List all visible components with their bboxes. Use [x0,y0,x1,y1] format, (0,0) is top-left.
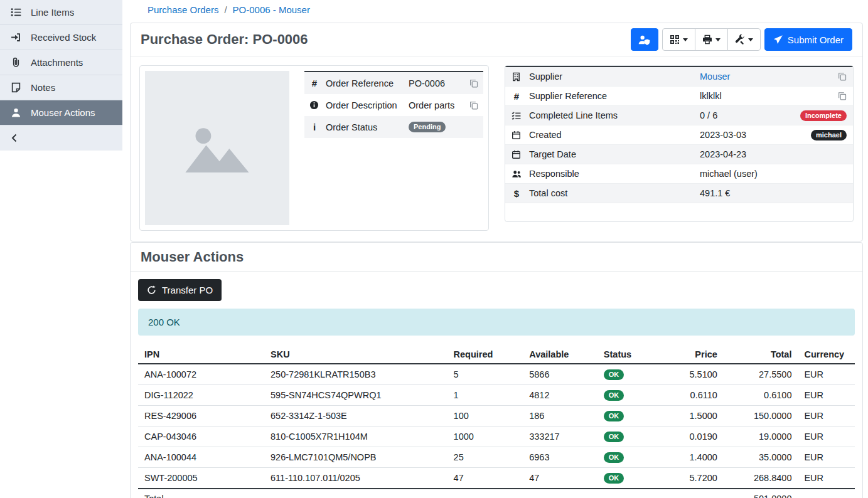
cell-ipn: SWT-200005 [138,468,264,489]
mouser-actions-body: Transfer PO 200 OK IPN SKU Required Avai… [131,272,862,498]
admin-button[interactable] [631,28,658,51]
status-badge: OK [604,452,624,463]
status-alert: 200 OK [138,309,855,336]
detail-label: Order Description [326,100,409,110]
sidebar-item-label: Attachments [31,57,83,68]
status-badge: OK [604,473,624,484]
copy-icon[interactable] [838,92,847,100]
breadcrumb-link-purchase-orders[interactable]: Purchase Orders [147,4,218,15]
cell-total: 35.0000 [724,447,798,468]
column-header-total: Total [724,346,798,364]
sidebar-item-notes[interactable]: Notes [0,75,122,100]
copy-icon[interactable] [838,72,847,81]
detail-value: 2023-04-23 [700,149,847,159]
submit-order-button[interactable]: Submit Order [764,28,852,51]
submit-order-label: Submit Order [788,34,844,45]
detail-row-target-date: Target Date 2023-04-23 [505,145,853,164]
detail-row-supplier-reference: # Supplier Reference lklklkl [505,87,853,106]
detail-row-completed-line-items: Completed Line Items 0 / 6 Incomplete [505,106,853,125]
cell-price: 1.5000 [653,406,724,426]
sidebar-collapse-button[interactable] [0,125,122,151]
cell-currency: EUR [798,385,855,406]
cell-status: OK [597,364,653,385]
cell-required: 5 [447,364,523,385]
cell-available: 5866 [523,364,597,385]
cell-status: OK [597,447,653,468]
copy-icon[interactable] [469,79,478,88]
dollar-icon: $ [512,188,529,199]
cell-total: 0.6100 [724,385,798,406]
order-details-section: # Order Reference PO-0006 Order Descript… [131,56,862,241]
status-badge: OK [604,369,624,380]
detail-label: Order Status [326,122,409,132]
info-icon: i [309,122,326,132]
cell-ipn: RES-429006 [138,406,264,426]
detail-row-responsible: Responsible michael (user) [505,164,853,184]
cell-price: 0.0190 [653,426,724,447]
purchase-order-panel: Purchase Order: PO-0006 [130,23,863,241]
hash-icon: # [309,78,326,88]
table-footer-row: Total 501.0000 [138,489,855,498]
sidebar-item-mouser-actions[interactable]: Mouser Actions [0,100,122,125]
detail-row-order-reference: # Order Reference PO-0006 [304,72,483,94]
column-header-required: Required [447,346,523,364]
panel-title: Mouser Actions [141,249,244,265]
order-actions-button[interactable] [727,28,761,51]
status-badge: OK [604,432,624,442]
detail-label: Supplier Reference [529,91,700,101]
cell-price: 0.6110 [653,385,724,406]
cell-ipn: DIG-112022 [138,385,264,406]
footer-total-value: 501.0000 [724,489,798,498]
cell-sku: 810-C1005X7R1H104M [264,426,447,447]
cell-ipn: ANA-100044 [138,447,264,468]
status-badge: OK [604,411,624,421]
order-summary-card: # Order Reference PO-0006 Order Descript… [139,65,489,231]
incomplete-badge: Incomplete [800,110,847,121]
cell-sku: 250-72981KLRATR150B3 [264,364,447,385]
column-header-price: Price [653,346,724,364]
sidebar-item-received-stock[interactable]: Received Stock [0,25,122,50]
chevron-down-icon [715,38,721,41]
cell-sku: 926-LMC7101QM5/NOPB [264,447,447,468]
sidebar-item-label: Notes [31,82,55,93]
column-header-sku: SKU [264,346,447,364]
order-reference-table: # Order Reference PO-0006 Order Descript… [304,71,483,138]
note-icon [11,82,22,93]
transfer-po-button[interactable]: Transfer PO [138,279,222,301]
chevron-left-icon [9,133,19,143]
building-icon [512,72,529,82]
copy-icon[interactable] [469,101,478,110]
table-row: DIG-112022 595-SN74HCS74QPWRQ1 1 4812 OK… [138,385,855,406]
sidebar-item-attachments[interactable]: Attachments [0,50,122,75]
column-header-currency: Currency [798,346,855,364]
detail-label: Target Date [529,149,700,159]
chevron-down-icon [748,38,753,41]
column-header-available: Available [523,346,597,364]
cell-status: OK [597,406,653,426]
calendar-icon [512,150,529,159]
cell-currency: EUR [798,364,855,385]
detail-row-order-description: Order Description Order parts [304,94,483,116]
cell-status: OK [597,385,653,406]
detail-row-order-status: i Order Status Pending [304,116,483,138]
print-actions-button[interactable] [695,28,728,51]
page-title: Purchase Order: PO-0006 [141,31,308,48]
cell-sku: 611-110.107.011/0205 [264,468,447,489]
order-thumbnail-placeholder[interactable] [145,71,289,225]
user-shield-icon [638,34,650,45]
sidebar-item-line-items[interactable]: Line Items [0,0,122,25]
order-details-card: Supplier Mouser # Supplier Reference lkl… [505,65,854,222]
order-toolbar: Submit Order [631,28,852,51]
image-placeholder-icon [182,119,252,177]
list-icon [11,7,22,18]
supplier-link[interactable]: Mouser [700,72,730,82]
cell-status: OK [597,468,653,489]
breadcrumb-link-current-order[interactable]: PO-0006 - Mouser [233,4,310,15]
user-badge: michael [811,130,847,140]
sidebar-item-label: Mouser Actions [31,107,95,118]
info-circle-icon [309,100,326,110]
table-header-row: IPN SKU Required Available Status Price … [138,346,855,364]
chevron-down-icon [683,38,688,41]
detail-value: lklklkl [700,91,838,101]
barcode-actions-button[interactable] [662,28,695,51]
